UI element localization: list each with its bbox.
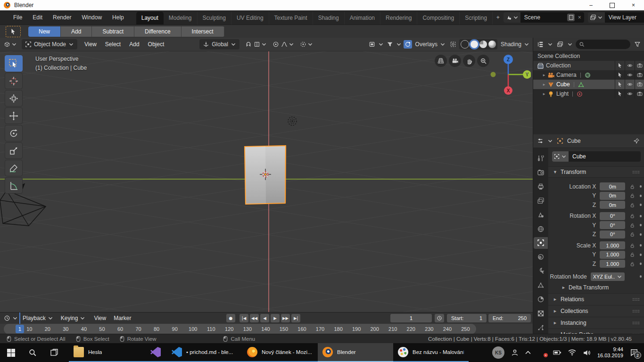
workspace-tab[interactable]: Shading bbox=[313, 12, 345, 25]
drag-grip-icon[interactable] bbox=[632, 320, 640, 326]
outliner-search-input[interactable] bbox=[576, 40, 630, 49]
menu-item[interactable]: Window bbox=[77, 12, 107, 23]
hide-render-toggle[interactable] bbox=[635, 89, 644, 99]
lock-icon[interactable] bbox=[628, 243, 636, 248]
transport-button[interactable]: ◀ bbox=[260, 314, 269, 322]
expand-icon[interactable]: ▸ bbox=[541, 73, 547, 77]
animate-dot[interactable] bbox=[640, 263, 642, 265]
value-field[interactable]: 0m bbox=[600, 201, 625, 209]
wifi-icon[interactable] bbox=[568, 349, 576, 356]
workspace-tab[interactable]: Texture Paint bbox=[269, 12, 313, 25]
taskbar-app[interactable]: • prichod.md - ble... bbox=[167, 343, 242, 362]
tool-transform[interactable] bbox=[5, 90, 23, 107]
tool-cursor[interactable] bbox=[5, 73, 23, 89]
light-data-icon[interactable] bbox=[576, 90, 583, 98]
hide-viewport-toggle[interactable] bbox=[625, 89, 635, 99]
animate-dot[interactable] bbox=[640, 224, 642, 226]
shading-wireframe-button[interactable] bbox=[461, 40, 469, 49]
value-field[interactable]: 0° bbox=[600, 221, 625, 229]
selectable-toggle[interactable] bbox=[615, 61, 625, 70]
hide-viewport-toggle[interactable] bbox=[625, 70, 635, 80]
close-button[interactable]: × bbox=[623, 0, 644, 10]
notification-center-icon[interactable]: 2 bbox=[630, 348, 638, 357]
lock-icon[interactable] bbox=[628, 261, 636, 267]
overlays-dropdown[interactable]: Overlays bbox=[414, 39, 447, 49]
outliner-row[interactable]: Scene Collection bbox=[533, 51, 644, 61]
workspace-tab[interactable]: Modeling bbox=[164, 12, 198, 25]
search-icon[interactable] bbox=[22, 343, 43, 362]
hide-viewport-toggle[interactable] bbox=[625, 80, 635, 89]
animate-dot[interactable] bbox=[640, 233, 642, 236]
lock-icon[interactable] bbox=[628, 252, 636, 257]
people-icon[interactable] bbox=[511, 349, 519, 356]
current-frame-field[interactable]: 1 bbox=[390, 314, 432, 322]
animate-dot[interactable] bbox=[640, 204, 642, 206]
lock-icon[interactable] bbox=[628, 213, 636, 219]
outliner-filter-icon[interactable] bbox=[633, 40, 642, 49]
tab-modifiers[interactable] bbox=[534, 265, 548, 277]
delta-transform-subpanel[interactable]: ► Delta Transform bbox=[548, 282, 644, 293]
shading-solid-button[interactable] bbox=[471, 41, 478, 48]
camera-view-icon[interactable] bbox=[449, 55, 461, 67]
hide-render-toggle[interactable] bbox=[635, 80, 644, 89]
taskbar-app[interactable]: Nový článek - Mozi... bbox=[242, 343, 318, 362]
camera-data-icon[interactable] bbox=[584, 72, 591, 79]
lock-icon[interactable] bbox=[628, 222, 636, 228]
start-frame-field[interactable]: Start:1 bbox=[447, 314, 487, 322]
mesh-data-icon[interactable] bbox=[578, 81, 585, 88]
outliner-display-mode-icon[interactable] bbox=[556, 40, 564, 49]
visibility-filter-icon[interactable] bbox=[386, 40, 394, 49]
viewport-canvas[interactable] bbox=[0, 51, 533, 312]
outliner-row[interactable]: ▸ Cube bbox=[533, 80, 644, 89]
viewport-menu-item[interactable]: Select bbox=[101, 41, 125, 48]
properties-editor-type-icon[interactable] bbox=[536, 137, 545, 145]
gizmo-axis-neg-y[interactable] bbox=[491, 72, 496, 77]
pin-icon[interactable] bbox=[632, 137, 641, 145]
tab-scene[interactable] bbox=[534, 209, 548, 221]
expand-icon[interactable]: ▸ bbox=[541, 82, 547, 87]
unlink-scene-icon[interactable]: × bbox=[577, 14, 582, 21]
tool-select-box[interactable] bbox=[5, 55, 23, 72]
select-mode-button[interactable]: Add bbox=[61, 26, 92, 37]
record-button[interactable]: ● bbox=[226, 314, 235, 322]
pivot-point-icon[interactable] bbox=[299, 40, 307, 49]
xray-toggle-icon[interactable] bbox=[449, 40, 457, 49]
outliner-editor-type-icon[interactable] bbox=[536, 40, 545, 49]
view-layer-selector-icon[interactable] bbox=[588, 12, 605, 23]
rotation-mode-dropdown[interactable]: XYZ Eul.. bbox=[591, 272, 625, 281]
task-view-icon[interactable] bbox=[43, 343, 65, 362]
viewport-menu-item[interactable]: View bbox=[80, 41, 101, 48]
tool-measure[interactable] bbox=[5, 177, 23, 194]
shading-material-button[interactable] bbox=[479, 41, 487, 48]
viewport-menu-item[interactable]: Add bbox=[125, 41, 143, 48]
value-field[interactable]: 0° bbox=[600, 230, 625, 239]
taskbar-app[interactable] bbox=[144, 343, 167, 362]
workspace-tab[interactable]: Compositing bbox=[417, 12, 460, 25]
timeline-menu-dropdown[interactable]: Playback bbox=[19, 315, 57, 321]
mode-selector[interactable]: Object Mode bbox=[22, 39, 77, 49]
new-scene-button[interactable] bbox=[567, 14, 575, 21]
minimize-button[interactable]: – bbox=[580, 0, 602, 10]
tool-annotate[interactable] bbox=[5, 160, 23, 176]
menu-item[interactable]: Render bbox=[48, 12, 76, 23]
value-field[interactable]: 1.000 bbox=[600, 260, 625, 268]
editor-type-icon[interactable] bbox=[3, 40, 11, 49]
select-mode-button[interactable]: Intersect bbox=[182, 26, 224, 37]
animate-dot[interactable] bbox=[640, 244, 642, 247]
light-object[interactable] bbox=[288, 117, 297, 125]
menu-item[interactable]: Edit bbox=[28, 12, 47, 23]
shading-dropdown[interactable]: Shading bbox=[499, 39, 531, 49]
menu-item[interactable]: File bbox=[8, 12, 27, 23]
timeline-menu-dropdown[interactable]: Keying bbox=[57, 315, 90, 321]
snap-toggle-icon[interactable] bbox=[244, 40, 253, 49]
start-button[interactable] bbox=[0, 343, 22, 362]
tool-scale[interactable] bbox=[5, 142, 23, 159]
select-mode-button[interactable]: Difference bbox=[134, 26, 181, 37]
animate-dot[interactable] bbox=[640, 215, 642, 217]
auto-keying-icon[interactable] bbox=[435, 314, 444, 322]
transport-button[interactable]: ▶ bbox=[271, 314, 280, 322]
tool-rotate[interactable] bbox=[5, 125, 23, 141]
lock-icon[interactable] bbox=[628, 184, 636, 189]
drag-grip-icon[interactable] bbox=[632, 296, 640, 303]
tab-constraints[interactable] bbox=[534, 251, 548, 263]
